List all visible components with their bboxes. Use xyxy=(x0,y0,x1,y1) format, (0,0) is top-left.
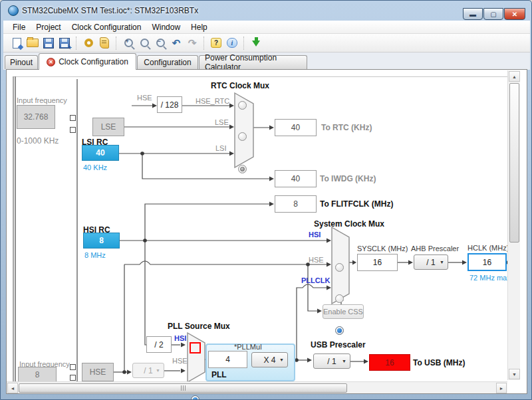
hse-pin-connector xyxy=(70,364,76,370)
toolbar: + + − ↶ ↷ ? i xyxy=(3,34,530,52)
update-button[interactable] xyxy=(248,35,264,51)
lsi-signal-label: LSI xyxy=(215,144,227,152)
hse-rtc-source-label: HSE xyxy=(137,94,152,102)
horizontal-scrollbar-thumb[interactable] xyxy=(19,383,347,393)
menu-project[interactable]: Project xyxy=(31,21,66,33)
scroll-down-button[interactable]: ▼ xyxy=(509,369,520,379)
new-file-icon xyxy=(13,38,21,49)
hse-prediv-dropdown[interactable]: / 1 ▼ xyxy=(132,363,164,378)
scroll-right-button[interactable]: ► xyxy=(496,383,507,393)
tab-power-consumption-calculator[interactable]: Power Consumption Calculator xyxy=(199,55,307,69)
toolbar-separator xyxy=(203,37,205,50)
lse-source-box: LSE xyxy=(92,118,124,136)
tab-configuration[interactable]: Configuration xyxy=(137,55,198,69)
to-usb-label: To USB (MHz) xyxy=(413,358,465,367)
scroll-up-button[interactable]: ▲ xyxy=(509,71,520,82)
zoom-in-icon: + xyxy=(124,39,133,47)
lse-frequency-range: 0-1000 KHz xyxy=(17,136,59,146)
tab-bar: Pinout ✕ Clock Configuration Configurati… xyxy=(3,52,530,70)
generate-code-button[interactable] xyxy=(80,35,96,51)
close-button[interactable]: ✕ xyxy=(504,8,525,20)
undo-button[interactable]: ↶ xyxy=(168,35,184,51)
to-rtc-label: To RTC (KHz) xyxy=(321,123,372,132)
pllmul-dropdown[interactable]: X 4 ▼ xyxy=(251,352,288,367)
redo-button[interactable]: ↷ xyxy=(184,35,200,51)
toolbar-separator xyxy=(116,37,117,50)
open-button[interactable] xyxy=(25,35,41,51)
tab-label: Pinout xyxy=(10,58,33,67)
lse-pin-connector xyxy=(70,127,76,133)
about-button[interactable]: i xyxy=(224,35,240,51)
usb-prescaler-dropdown[interactable]: / 1 ▼ xyxy=(313,353,350,369)
save-icon xyxy=(43,38,54,49)
usb-clock-value-box: 16 xyxy=(369,354,410,371)
hse-rtc-signal-label: HSE_RTC xyxy=(196,97,229,105)
sheet-left-edge xyxy=(13,76,16,381)
pll-mux-hsi-alert-ring xyxy=(190,342,201,353)
horizontal-scrollbar[interactable]: ◄ ► xyxy=(7,381,507,393)
lsi-frequency-note: 40 KHz xyxy=(83,163,107,171)
toolbar-separator xyxy=(243,37,245,50)
hse-pin-connector xyxy=(70,375,76,381)
hse-signal-label: HSE xyxy=(309,256,324,264)
system-mux-hsi-radio[interactable] xyxy=(335,263,344,272)
toolbar-separator xyxy=(76,37,77,50)
error-badge-icon: ✕ xyxy=(47,58,55,66)
rtc-mux-lse-radio[interactable] xyxy=(238,132,247,141)
pllmul-value: X 4 xyxy=(263,355,275,365)
zoom-out-button[interactable]: − xyxy=(152,35,168,51)
pll-input-value-box: 4 xyxy=(208,351,247,368)
system-mux-pllclk-radio[interactable] xyxy=(335,326,344,335)
vertical-scrollbar-thumb[interactable] xyxy=(509,83,519,243)
open-folder-icon xyxy=(27,39,39,47)
sysclk-value-box: 16 xyxy=(357,254,398,271)
minimize-icon: ▬ xyxy=(469,11,476,18)
lsi-rc-value-box[interactable]: 40 xyxy=(82,145,119,161)
menu-file[interactable]: File xyxy=(7,21,31,33)
hclk-label: HCLK (MHz) xyxy=(467,244,509,252)
help-button[interactable]: ? xyxy=(208,35,224,51)
hsi-signal-label: HSI xyxy=(309,231,321,239)
enable-css-button[interactable]: Enable CSS xyxy=(323,304,364,319)
to-flitfclk-value-box: 8 xyxy=(275,195,317,213)
pll-hsi-signal-label: HSI xyxy=(174,334,186,342)
save-button[interactable] xyxy=(41,35,57,51)
rtc-mux-lsi-radio[interactable] xyxy=(238,165,247,173)
up-arrow-icon: ▲ xyxy=(512,74,517,79)
hclk-value-box[interactable]: 16 xyxy=(467,253,507,271)
hse-source-box: HSE xyxy=(82,363,114,381)
lse-input-frequency-field: 32.768 xyxy=(17,105,55,129)
new-file-button[interactable] xyxy=(9,35,25,51)
script-button[interactable] xyxy=(96,35,112,51)
rtc-mux-hse-radio[interactable] xyxy=(238,101,247,110)
help-icon: ? xyxy=(211,38,221,48)
vertical-scrollbar[interactable]: ▲ ▼ xyxy=(507,70,520,380)
system-mux-hse-radio[interactable] xyxy=(335,294,344,303)
hse-prediv-value: / 1 xyxy=(144,366,152,375)
script-icon xyxy=(100,37,109,49)
scroll-left-button[interactable]: ◄ xyxy=(7,383,18,393)
menu-bar: File Project Clock Configuration Window … xyxy=(3,21,530,34)
app-icon xyxy=(8,5,19,16)
left-arrow-icon: ◄ xyxy=(11,386,15,391)
save-as-button[interactable]: + xyxy=(57,35,72,51)
save-as-plus-icon: + xyxy=(68,45,72,51)
pllmul-label: *PLLMul xyxy=(234,343,262,351)
zoom-in-button[interactable]: + xyxy=(120,35,136,51)
minimize-button[interactable]: ▬ xyxy=(463,8,483,20)
info-icon: i xyxy=(227,38,237,48)
hsi-rc-value-box[interactable]: 8 xyxy=(83,233,120,249)
title-bar: STM32CubeMX STM Test.ioc*: STM32F103RBTx… xyxy=(1,1,532,21)
menu-clock-configuration[interactable]: Clock Configuration xyxy=(66,21,147,33)
menu-window[interactable]: Window xyxy=(146,21,186,33)
maximize-button[interactable]: ▢ xyxy=(483,8,503,20)
zoom-fit-button[interactable] xyxy=(136,35,152,51)
tab-clock-configuration[interactable]: ✕ Clock Configuration xyxy=(39,53,136,70)
ahb-prescaler-dropdown[interactable]: / 1 ▼ xyxy=(414,254,448,270)
right-arrow-icon: ► xyxy=(499,386,504,391)
to-flitfclk-label: To FLITFCLK (MHz) xyxy=(320,199,393,209)
tab-pinout[interactable]: Pinout xyxy=(5,55,38,69)
to-rtc-value-box: 40 xyxy=(275,119,317,136)
menu-help[interactable]: Help xyxy=(186,21,213,33)
pll-mux-hsi-radio[interactable] xyxy=(191,395,200,400)
